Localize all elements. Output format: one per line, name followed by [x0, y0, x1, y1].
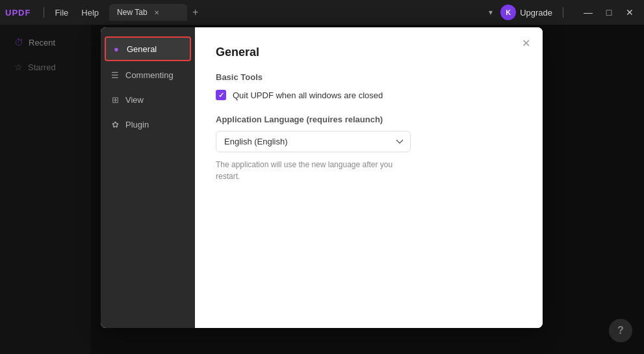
- commenting-nav-icon: ☰: [110, 70, 120, 80]
- language-hint: The application will use the new languag…: [216, 159, 398, 182]
- dialog-nav-general-label: General: [127, 44, 157, 54]
- dialog-close-button[interactable]: ✕: [518, 35, 534, 51]
- dialog-nav-plugin-label: Plugin: [125, 120, 149, 129]
- app-language-label: Application Language (requires relaunch): [216, 115, 522, 124]
- dialog-nav: ● General ☰ Commenting ⊞ View ✿ Plugin: [101, 27, 195, 328]
- view-nav-icon: ⊞: [110, 94, 120, 105]
- dialog-nav-general[interactable]: ● General: [105, 36, 191, 61]
- dialog-nav-commenting-label: Commenting: [125, 70, 174, 80]
- quit-updf-checkbox[interactable]: [216, 90, 226, 100]
- language-select[interactable]: English (English) French (Français) Germ…: [216, 131, 411, 152]
- quit-updf-label: Quit UPDF when all windows are closed: [233, 90, 383, 100]
- tabs-area: New Tab ✕ +: [109, 4, 486, 21]
- tab-close-button[interactable]: ✕: [154, 9, 159, 16]
- upgrade-button[interactable]: K Upgrade: [500, 5, 552, 20]
- tab-label: New Tab: [117, 8, 147, 17]
- upgrade-label: Upgrade: [520, 8, 552, 18]
- titlebar-right: ▾ K Upgrade — □ ✕: [486, 3, 639, 21]
- dialog-nav-view-label: View: [125, 95, 144, 105]
- logo-text: UPDF: [5, 8, 31, 18]
- general-nav-icon: ●: [111, 44, 122, 54]
- dialog-nav-view[interactable]: ⊞ View: [101, 87, 195, 112]
- minimize-button[interactable]: —: [579, 3, 597, 21]
- menu-help[interactable]: Help: [76, 5, 104, 20]
- quit-updf-row: Quit UPDF when all windows are closed: [216, 90, 522, 100]
- titlebar-divider-2: [563, 7, 563, 18]
- maximize-button[interactable]: □: [600, 3, 618, 21]
- dialog-nav-plugin[interactable]: ✿ Plugin: [101, 112, 195, 137]
- tab-new[interactable]: New Tab ✕: [109, 4, 187, 21]
- plugin-nav-icon: ✿: [110, 119, 120, 129]
- menu-bar: File Help: [49, 5, 104, 20]
- window-controls: — □ ✕: [579, 3, 639, 21]
- dialog-main-content: General Basic Tools Quit UPDF when all w…: [195, 27, 543, 328]
- tab-add-button[interactable]: +: [187, 4, 203, 21]
- dialog-title: General: [216, 46, 522, 59]
- menu-file[interactable]: File: [49, 5, 73, 20]
- titlebar: UPDF File Help New Tab ✕ + ▾ K Upgrade —…: [0, 0, 644, 25]
- close-button[interactable]: ✕: [621, 3, 639, 21]
- tab-dropdown-button[interactable]: ▾: [486, 5, 495, 20]
- dialog-nav-commenting[interactable]: ☰ Commenting: [101, 62, 195, 87]
- titlebar-divider: [44, 7, 44, 18]
- settings-dialog: ✕ ● General ☰ Commenting ⊞ View ✿ Plugin…: [101, 27, 543, 328]
- avatar: K: [500, 5, 516, 20]
- basic-tools-label: Basic Tools: [216, 72, 522, 82]
- app-logo: UPDF: [5, 8, 31, 18]
